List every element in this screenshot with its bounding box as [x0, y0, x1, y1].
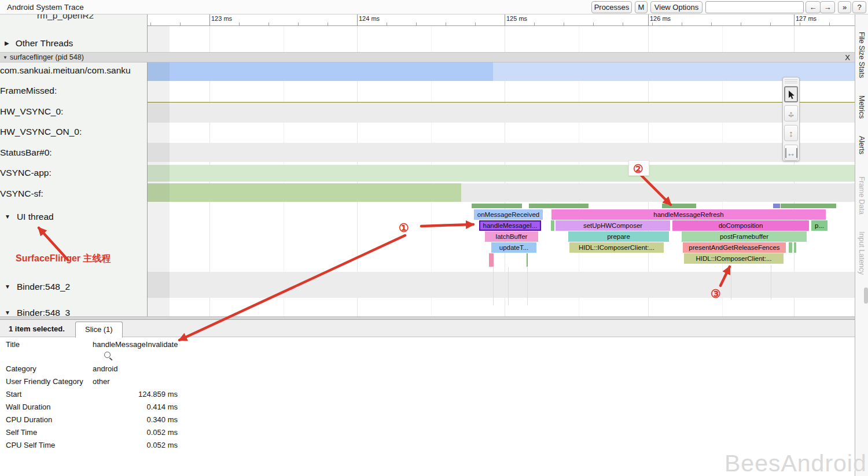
processes-button[interactable]: Processes — [591, 1, 632, 13]
nav-back-button[interactable]: ← — [806, 1, 821, 13]
tab-alerts[interactable]: Alerts — [858, 136, 866, 154]
trace-slice[interactable]: handleMessageRefresh — [551, 209, 826, 220]
zoom-tool-button[interactable]: ↕ — [784, 125, 798, 141]
tab-file-size-stats[interactable]: File Size Stats — [858, 32, 866, 78]
ruler-minor-tick — [770, 23, 771, 25]
trace-slice[interactable]: p... — [811, 220, 827, 231]
ruler-minor-tick — [150, 23, 151, 25]
trace-slice[interactable]: handleMessageI... — [479, 220, 541, 231]
trace-mark — [493, 267, 494, 305]
ruler-tick-label: 123 ms — [211, 15, 232, 22]
close-icon[interactable]: X — [845, 53, 850, 62]
tab-input-latency: Input Latency — [858, 231, 866, 275]
trace-slice[interactable]: presentAndGetReleaseFences — [683, 242, 786, 253]
sidebar-item-other-threads[interactable]: ▶Other Threads — [5, 38, 73, 49]
ruler-minor-tick — [564, 23, 564, 25]
search-icon[interactable] — [104, 352, 111, 358]
sidebar-item-binder-548-3[interactable]: ▼Binder:548_3 — [5, 308, 70, 316]
trace-mark — [771, 265, 771, 300]
clipped-track-label: rm_p_openR2 — [37, 14, 130, 24]
sidebar-item-binder-548-2[interactable]: ▼Binder:548_2 — [5, 282, 70, 292]
detail-value: 124.859 ms — [91, 390, 178, 398]
binder-track-band — [148, 272, 855, 298]
vsync-sf-band-green — [148, 183, 461, 202]
vsync-sf-band-gray — [461, 183, 855, 202]
run-state-segment — [529, 204, 589, 208]
sidebar-track-label: VSYNC-sf: — [0, 189, 43, 199]
run-state-segment — [773, 204, 780, 208]
detail-label: Wall Duration — [6, 403, 51, 411]
detail-label: Category — [6, 364, 36, 373]
ruler-minor-tick — [534, 23, 535, 25]
detail-value: 0.052 ms — [91, 428, 178, 437]
tab-metrics[interactable]: Metrics — [858, 95, 866, 119]
tool-palette[interactable]: ↔ ↕ ↕ ↔ — [782, 77, 800, 161]
ruler-minor-tick — [239, 23, 240, 25]
more-button[interactable]: » — [838, 1, 851, 13]
trace-mark — [731, 265, 731, 300]
trace-slice[interactable]: onMessageReceived — [474, 209, 543, 220]
palette-drag-handle[interactable] — [785, 79, 797, 84]
ruler-minor-tick — [652, 23, 653, 25]
frame-missed-counter-line — [148, 102, 855, 103]
detail-value: 0.340 ms — [91, 415, 178, 424]
thread-group-label: Binder:548_2 — [17, 282, 70, 291]
process-header-label: surfaceflinger (pid 548) — [10, 53, 84, 61]
timing-tool-button[interactable]: ↔ — [784, 145, 798, 161]
trace-slice[interactable]: updateT... — [491, 242, 536, 253]
panel-divider[interactable] — [0, 316, 855, 320]
tab-slice[interactable]: Slice (1) — [75, 322, 123, 338]
trace-slice[interactable] — [794, 242, 796, 253]
timing-icon: ↔ — [785, 148, 797, 158]
detail-tab-bar: 1 item selected. Slice (1) — [0, 320, 855, 337]
run-state-segment — [472, 204, 522, 208]
pan-tool-button[interactable]: ↔ ↕ — [784, 105, 798, 121]
trace-slice[interactable]: latchBuffer — [485, 231, 538, 242]
callout-2-chip — [628, 160, 649, 176]
ruler-minor-tick — [711, 23, 712, 25]
ruler-major-tick — [357, 14, 358, 26]
detail-label: Self Time — [6, 428, 37, 437]
trace-slice[interactable]: postFramebuffer — [682, 231, 807, 242]
trace-slice[interactable]: prepare — [568, 231, 669, 242]
hw-vsync-track-band — [148, 104, 855, 123]
run-state-segment — [662, 204, 696, 208]
ruler-tick-label: 126 ms — [650, 15, 671, 22]
trace-slice[interactable] — [789, 242, 792, 253]
ruler-minor-tick — [741, 23, 741, 25]
detail-value: 0.414 ms — [91, 403, 178, 411]
ruler-minor-tick — [180, 23, 181, 25]
trace-slice[interactable]: doComposition — [672, 220, 809, 231]
time-ruler[interactable]: 123 ms124 ms125 ms126 ms127 ms — [148, 14, 855, 26]
help-button[interactable]: ? — [852, 1, 866, 13]
chevron-down-icon: ▼ — [5, 309, 10, 316]
trace-slice[interactable] — [551, 220, 554, 231]
trace-mark — [527, 253, 528, 267]
selection-status: 1 item selected. — [9, 324, 65, 333]
nav-forward-button[interactable]: → — [820, 1, 835, 13]
trace-mark — [489, 253, 494, 267]
right-tab-strip: File Size StatsMetricsAlertsFrame DataIn… — [855, 14, 868, 476]
ruler-major-tick — [648, 14, 649, 26]
watermark: BeesAndroid — [724, 450, 867, 476]
process-header-row[interactable]: ▼ surfaceflinger (pid 548) X — [0, 52, 855, 62]
m-button[interactable]: M — [635, 1, 648, 13]
select-tool-button[interactable] — [784, 86, 798, 102]
tab-frame-data: Frame Data — [858, 176, 866, 215]
ruler-minor-tick — [682, 23, 682, 25]
thread-group-label: Binder:548_3 — [17, 308, 70, 316]
view-options-button[interactable]: View Options — [650, 1, 703, 13]
trace-slice[interactable]: setUpHWComposer — [556, 220, 670, 231]
trace-slice[interactable]: HIDL::IComposerClient:... — [569, 242, 664, 253]
trace-slice[interactable]: HIDL::IComposerClient:... — [684, 253, 784, 264]
scrollbar-thumb[interactable] — [864, 287, 868, 304]
trace-viewer-window: Android System Trace Processes M View Op… — [0, 0, 868, 476]
search-input[interactable] — [705, 1, 804, 13]
ruler-major-tick — [794, 14, 795, 26]
sidebar-item-ui-thread[interactable]: ▼UI thread — [5, 212, 54, 222]
chevron-down-icon: ▼ — [5, 283, 10, 290]
detail-label: User Friendly Category — [6, 377, 83, 386]
detail-value: other — [93, 377, 110, 386]
timeline-canvas[interactable]: onMessageReceivedhandleMessageRefreshhan… — [148, 26, 855, 316]
ruler-minor-tick — [593, 23, 594, 25]
